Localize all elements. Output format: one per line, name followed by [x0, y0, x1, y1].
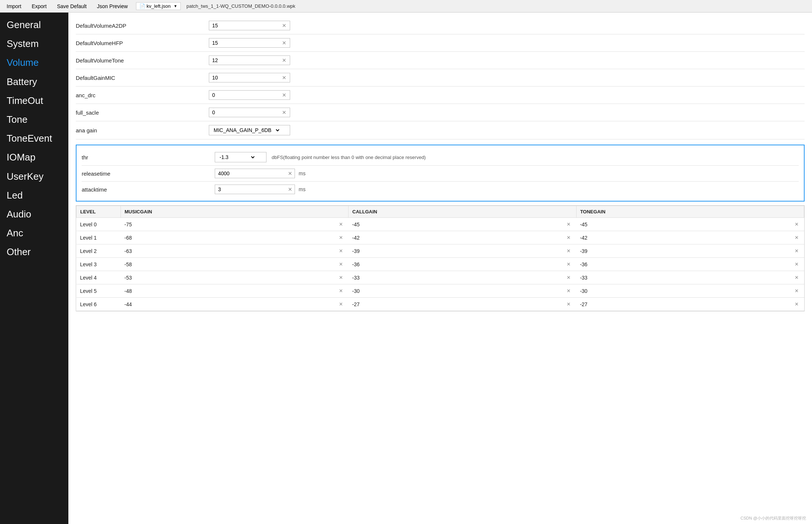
field-input-DefaultGainMIC[interactable] [209, 73, 280, 82]
vol-tonegain-4: -33✕ [576, 271, 804, 284]
drc-attacktime-clear[interactable]: ✕ [286, 186, 295, 193]
vol-clear-callgain-3[interactable]: ✕ [565, 261, 573, 268]
sidebar-item-other[interactable]: Other [0, 243, 68, 261]
field-select-ana_gain[interactable]: MIC_ANA_GAIN_P_6DBMIC_ANA_GAIN_0DBMIC_AN… [209, 125, 281, 135]
vol-val-tonegain-6: -27 [580, 301, 792, 307]
field-clear-DefaultGainMIC[interactable]: ✕ [280, 74, 289, 81]
drc-thr-label: thr [82, 154, 215, 160]
vol-val-tonegain-3: -36 [580, 261, 792, 267]
vol-level-1: Level 1 [77, 231, 121, 244]
vol-level-6: Level 6 [77, 298, 121, 311]
vol-clear-musicgain-4[interactable]: ✕ [337, 274, 345, 281]
vol-val-callgain-4: -33 [352, 275, 565, 281]
vol-clear-musicgain-0[interactable]: ✕ [337, 221, 345, 228]
sidebar-item-system[interactable]: System [0, 34, 68, 53]
field-clear-anc_drc[interactable]: ✕ [280, 91, 289, 99]
field-label-DefaultVolumeHFP: DefaultVolumeHFP [76, 40, 209, 46]
save-default-button[interactable]: Save Default [55, 3, 89, 10]
vol-clear-tonegain-5[interactable]: ✕ [793, 287, 801, 294]
field-row-DefaultVolumeTone: DefaultVolumeTone✕ [76, 52, 805, 69]
field-input-full_sacle[interactable] [209, 108, 280, 117]
vol-cell-wrap-musicgain-2: -63✕ [125, 247, 345, 254]
drc-releasetime-input[interactable] [215, 169, 286, 178]
vol-clear-callgain-4[interactable]: ✕ [565, 274, 573, 281]
vol-clear-tonegain-4[interactable]: ✕ [793, 274, 801, 281]
vol-clear-tonegain-6[interactable]: ✕ [793, 301, 801, 308]
field-input-DefaultVolumeHFP[interactable] [209, 38, 280, 47]
vol-clear-tonegain-2[interactable]: ✕ [793, 247, 801, 254]
vol-val-tonegain-0: -45 [580, 222, 792, 227]
field-input-DefaultVolumeA2DP[interactable] [209, 21, 280, 30]
field-row-DefaultGainMIC: DefaultGainMIC✕ [76, 69, 805, 87]
volume-table-body: Level 0-75✕-45✕-45✕Level 1-68✕-42✕-42✕Le… [77, 218, 804, 311]
vol-clear-musicgain-5[interactable]: ✕ [337, 287, 345, 294]
field-input-wrap-anc_drc: ✕ [209, 90, 290, 100]
sidebar-item-general[interactable]: General [0, 16, 68, 34]
drc-releasetime-clear[interactable]: ✕ [286, 170, 295, 177]
vol-level-2: Level 2 [77, 244, 121, 258]
field-input-anc_drc[interactable] [209, 91, 280, 99]
sidebar-item-battery[interactable]: Battery [0, 72, 68, 91]
vol-row-1: Level 1-68✕-42✕-42✕ [77, 231, 804, 244]
vol-clear-tonegain-1[interactable]: ✕ [793, 234, 801, 241]
vol-val-musicgain-3: -58 [125, 261, 337, 267]
sidebar-item-timeout[interactable]: TimeOut [0, 91, 68, 110]
vol-clear-callgain-2[interactable]: ✕ [565, 247, 573, 254]
sidebar-item-volume[interactable]: Volume [0, 53, 68, 72]
field-input-wrap-DefaultGainMIC: ✕ [209, 73, 290, 82]
drc-releasetime-input-wrap: ✕ [215, 169, 295, 178]
field-clear-full_sacle[interactable]: ✕ [280, 109, 289, 116]
vol-clear-tonegain-3[interactable]: ✕ [793, 261, 801, 268]
json-preview-button[interactable]: Json Preview [95, 3, 130, 10]
vol-clear-musicgain-2[interactable]: ✕ [337, 247, 345, 254]
vol-callgain-6: -27✕ [349, 298, 576, 311]
wpk-file-label: patch_tws_1_1-WQ_CUSTOM_DEMO-0.0.0.0.wpk [187, 3, 296, 9]
sidebar-item-userkey[interactable]: UserKey [0, 167, 68, 186]
export-button[interactable]: Export [30, 3, 49, 10]
vol-callgain-1: -42✕ [349, 231, 576, 244]
vol-clear-callgain-1[interactable]: ✕ [565, 234, 573, 241]
vol-row-5: Level 5-48✕-30✕-30✕ [77, 284, 804, 298]
sidebar-item-anc[interactable]: Anc [0, 224, 68, 243]
volume-table-head: LEVELMUSICGAINCALLGAINTONEGAIN [77, 206, 804, 218]
vol-clear-callgain-0[interactable]: ✕ [565, 221, 573, 228]
vol-clear-callgain-5[interactable]: ✕ [565, 287, 573, 294]
vol-callgain-4: -33✕ [349, 271, 576, 284]
drc-attacktime-input[interactable] [215, 185, 286, 194]
vol-level-0: Level 0 [77, 218, 121, 231]
vol-tonegain-3: -36✕ [576, 258, 804, 271]
vol-clear-tonegain-0[interactable]: ✕ [793, 221, 801, 228]
field-clear-DefaultVolumeA2DP[interactable]: ✕ [280, 22, 289, 29]
file-dropdown-icon: ▼ [174, 4, 177, 8]
vol-clear-callgain-6[interactable]: ✕ [565, 301, 573, 308]
field-clear-DefaultVolumeHFP[interactable]: ✕ [280, 39, 289, 47]
vol-tonegain-5: -30✕ [576, 284, 804, 298]
drc-attacktime-input-wrap: ✕ [215, 185, 295, 194]
field-select-wrap-ana_gain: MIC_ANA_GAIN_P_6DBMIC_ANA_GAIN_0DBMIC_AN… [209, 125, 290, 135]
sidebar-item-iomap[interactable]: IOMap [0, 148, 68, 167]
vol-val-callgain-6: -27 [352, 301, 565, 307]
drc-thr-select[interactable]: -1.3-2.0-3.0-6.0 [215, 152, 256, 162]
drc-attacktime-label: attacktime [82, 186, 215, 193]
vol-cell-wrap-tonegain-6: -27✕ [580, 301, 800, 308]
drc-section: thr -1.3-2.0-3.0-6.0 dbFS(floating point… [76, 145, 805, 202]
field-clear-DefaultVolumeTone[interactable]: ✕ [280, 57, 289, 64]
sidebar-item-audio[interactable]: Audio [0, 205, 68, 224]
vol-val-callgain-0: -45 [352, 222, 565, 227]
vol-clear-musicgain-3[interactable]: ✕ [337, 261, 345, 268]
vol-row-0: Level 0-75✕-45✕-45✕ [77, 218, 804, 231]
vol-tonegain-2: -39✕ [576, 244, 804, 258]
file-selector[interactable]: 📄 kv_left.json ▼ [136, 2, 181, 10]
vol-clear-musicgain-1[interactable]: ✕ [337, 234, 345, 241]
import-button[interactable]: Import [4, 3, 24, 10]
field-label-DefaultGainMIC: DefaultGainMIC [76, 75, 209, 81]
vol-clear-musicgain-6[interactable]: ✕ [337, 301, 345, 308]
vol-cell-wrap-tonegain-0: -45✕ [580, 221, 800, 228]
vol-cell-wrap-musicgain-3: -58✕ [125, 261, 345, 268]
vol-musicgain-6: -44✕ [121, 298, 349, 311]
field-input-DefaultVolumeTone[interactable] [209, 56, 280, 65]
vol-cell-wrap-tonegain-4: -33✕ [580, 274, 800, 281]
sidebar-item-led[interactable]: Led [0, 186, 68, 205]
sidebar-item-tone[interactable]: Tone [0, 110, 68, 129]
sidebar-item-toneevent[interactable]: ToneEvent [0, 129, 68, 148]
